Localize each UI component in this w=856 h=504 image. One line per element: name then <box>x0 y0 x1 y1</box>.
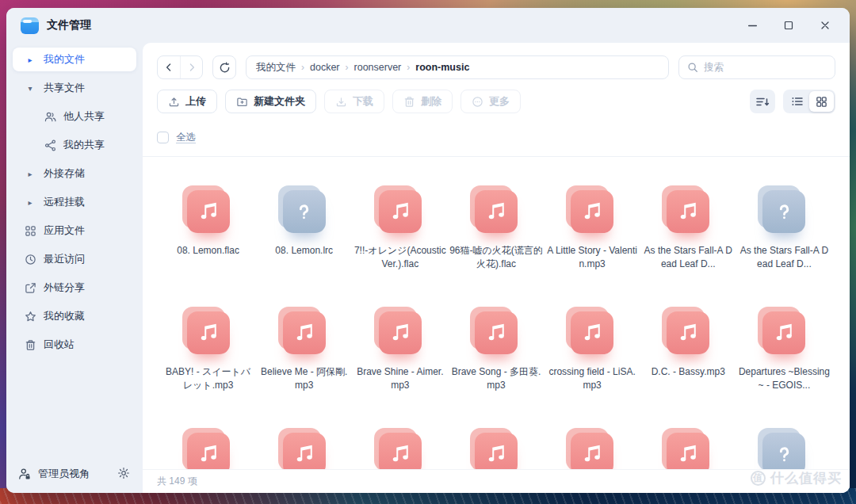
breadcrumb-label[interactable]: 我的文件 <box>256 61 296 74</box>
new-folder-icon <box>236 96 248 108</box>
forward-icon <box>186 62 197 73</box>
question-icon <box>774 444 795 465</box>
refresh-icon <box>219 62 231 74</box>
sidebar-item[interactable]: 我的共享 <box>13 133 136 157</box>
item-count: 共 149 项 <box>157 475 197 488</box>
toolbar-button[interactable]: 下载 <box>324 90 384 113</box>
sidebar-item-label: 远程挂载 <box>44 195 85 209</box>
file-tile[interactable]: As the Stars Fall-A Dead Leaf D... <box>640 171 736 292</box>
sidebar-item[interactable]: 回收站 <box>13 333 136 357</box>
file-name: As the Stars Fall-A Dead Leaf D... <box>737 244 831 272</box>
music-note-icon <box>676 442 700 466</box>
main-panel: 我的文件 › docker › roonserver › <box>143 43 850 493</box>
window-control-button[interactable] <box>740 14 764 36</box>
view-toggle-segment[interactable] <box>785 91 809 112</box>
file-tile[interactable] <box>160 414 256 469</box>
view-toggle <box>783 90 835 113</box>
toolbar-button[interactable]: 删除 <box>392 90 453 113</box>
file-tile[interactable]: Brave Song - 多田葵.mp3 <box>448 292 544 414</box>
breadcrumb-item: 我的文件 › <box>256 61 304 74</box>
music-note-icon <box>580 321 604 345</box>
file-tile[interactable]: BABY! - スイートバレット.mp3 <box>160 292 256 414</box>
sidebar-item-label: 最近访问 <box>44 252 85 266</box>
toolbar-button-label: 上传 <box>185 94 206 109</box>
file-name: As the Stars Fall-A Dead Leaf D... <box>641 244 735 272</box>
sidebar-item[interactable]: ▸ 外接存储 <box>13 162 136 185</box>
refresh-button[interactable] <box>212 55 236 79</box>
trash-icon <box>24 339 36 351</box>
file-tile[interactable]: As the Stars Fall-A Dead Leaf D... <box>736 171 832 292</box>
music-note-icon <box>580 200 604 223</box>
file-tile[interactable]: Departures ~Blessing~ - EGOIS... <box>736 292 832 414</box>
sidebar-item[interactable]: ▾ 共享文件 <box>13 76 136 100</box>
window-control-button[interactable] <box>777 14 801 36</box>
breadcrumb-separator: › <box>301 62 304 73</box>
file-name: Departures ~Blessing~ - EGOIS... <box>737 365 831 393</box>
window-body: ▸ 我的文件 ▾ 共享文件 他人共享 我的 <box>6 43 850 493</box>
sort-button[interactable] <box>750 90 775 113</box>
breadcrumb-label[interactable]: roon-music <box>415 62 469 73</box>
file-tile[interactable]: 7!!-オレンジ(Acoustic Ver.).flac <box>352 171 448 292</box>
file-tile[interactable]: 08. Lemon.lrc <box>256 171 352 292</box>
window-control-button[interactable] <box>813 14 837 36</box>
file-tile[interactable] <box>736 414 832 469</box>
list-view-icon <box>791 96 804 107</box>
toolbar-button[interactable]: 新建文件夹 <box>225 90 316 113</box>
file-name: Brave Shine - Aimer.mp3 <box>353 365 447 393</box>
music-note-icon <box>197 442 220 466</box>
window-controls <box>740 14 837 36</box>
music-note-icon <box>676 200 700 223</box>
question-icon <box>774 201 795 223</box>
sidebar-item-label: 我的共享 <box>63 138 105 152</box>
breadcrumb-label[interactable]: docker <box>310 62 340 73</box>
file-name: Brave Song - 多田葵.mp3 <box>449 365 543 393</box>
file-tile[interactable]: 96猫-嘘の火花(谎言的火花).flac <box>448 171 544 292</box>
share-nodes-icon <box>44 139 56 151</box>
history-button[interactable] <box>180 56 202 78</box>
file-tile[interactable] <box>448 414 544 469</box>
file-tile[interactable]: Believe Me - 阿保剛.mp3 <box>256 292 352 414</box>
breadcrumb-label[interactable]: roonserver <box>354 62 402 73</box>
sort-icon <box>755 96 770 108</box>
sidebar-item[interactable]: ▸ 远程挂载 <box>13 190 136 214</box>
caret-down-icon: ▾ <box>24 84 36 93</box>
select-all-label[interactable]: 全选 <box>176 131 196 144</box>
select-all-checkbox[interactable] <box>157 132 169 143</box>
sidebar-item[interactable]: 最近访问 <box>13 247 136 271</box>
file-tile[interactable]: A Little Story - Valentin.mp3 <box>545 171 640 292</box>
toolbar-button[interactable]: 上传 <box>157 90 217 113</box>
file-name: crossing field - LiSA.mp3 <box>545 365 639 393</box>
toolbar-button-label: 更多 <box>489 94 510 109</box>
file-tile[interactable]: Brave Shine - Aimer.mp3 <box>352 292 448 414</box>
music-note-icon <box>197 321 220 345</box>
sidebar-item[interactable]: ▸ 我的文件 <box>13 48 136 71</box>
music-note-icon <box>292 321 316 345</box>
file-name: 08. Lemon.lrc <box>275 244 333 258</box>
history-button[interactable] <box>158 56 180 78</box>
file-tile[interactable] <box>256 414 352 469</box>
admin-user-icon <box>17 468 32 480</box>
sidebar-item[interactable]: 他人共享 <box>13 105 136 128</box>
sidebar-item[interactable]: 我的收藏 <box>13 304 136 328</box>
maximize-icon <box>784 21 793 30</box>
search-input[interactable] <box>704 62 827 73</box>
file-tile[interactable] <box>640 414 736 469</box>
star-icon <box>24 311 36 323</box>
music-note-icon <box>484 200 508 223</box>
grid-view-icon <box>816 96 827 108</box>
music-note-icon <box>388 321 412 345</box>
app-grid-icon <box>24 225 36 237</box>
file-tile[interactable]: 08. Lemon.flac <box>160 171 256 292</box>
file-tile[interactable] <box>545 414 640 469</box>
music-note-icon <box>580 442 604 466</box>
sidebar-item[interactable]: 应用文件 <box>13 219 136 242</box>
file-tile[interactable]: crossing field - LiSA.mp3 <box>545 292 640 414</box>
toolbar-button[interactable]: 更多 <box>460 90 521 113</box>
sidebar-item[interactable]: 外链分享 <box>13 276 136 300</box>
download-icon <box>335 96 347 108</box>
file-tile[interactable] <box>352 414 448 469</box>
view-toggle-segment[interactable] <box>809 91 834 112</box>
admin-view-label[interactable]: 管理员视角 <box>38 467 90 481</box>
gear-icon[interactable] <box>117 467 130 482</box>
file-tile[interactable]: D.C. - Bassy.mp3 <box>640 292 736 414</box>
